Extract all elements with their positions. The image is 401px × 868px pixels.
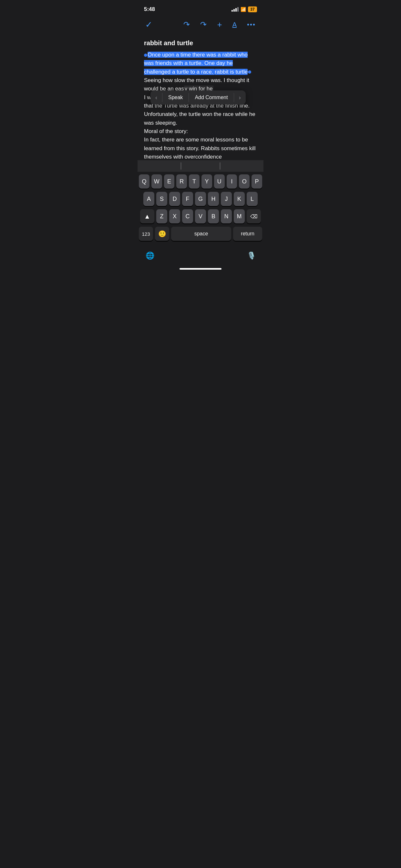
key-K[interactable]: K [234, 192, 245, 206]
home-bar [180, 268, 221, 270]
key-X[interactable]: X [169, 209, 180, 223]
selection-handle-start [144, 54, 147, 57]
return-key[interactable]: return [233, 227, 262, 241]
key-M[interactable]: M [234, 209, 245, 223]
key-R[interactable]: R [176, 175, 187, 189]
key-F[interactable]: F [182, 192, 193, 206]
key-S[interactable]: S [156, 192, 167, 206]
context-menu-prev[interactable]: ‹ [150, 90, 162, 104]
key-N[interactable]: N [221, 209, 232, 223]
key-I[interactable]: I [227, 175, 237, 189]
key-U[interactable]: U [214, 175, 225, 189]
mic-key[interactable]: 🎙️ [244, 249, 258, 263]
key-A[interactable]: A [143, 192, 154, 206]
toolbar-right: ↶ ↷ + A ••• [182, 19, 257, 31]
keyboard-bottom: 🌐 🎙️ [137, 247, 264, 266]
delete-key[interactable]: ⌫ [247, 209, 261, 223]
key-T[interactable]: T [189, 175, 199, 189]
key-Q[interactable]: Q [139, 175, 150, 189]
status-bar: 5:48 📶 37 [137, 0, 264, 16]
keyboard-cursor-row [137, 160, 264, 172]
font-button[interactable]: A [231, 20, 238, 30]
selected-text-main: rabbit is turtle [215, 69, 248, 75]
wifi-icon: 📶 [241, 7, 246, 12]
add-button[interactable]: + [216, 19, 223, 31]
body-text: Seeing how sl [144, 77, 178, 83]
key-G[interactable]: G [195, 192, 206, 206]
context-menu-speak[interactable]: Speak [162, 90, 189, 104]
cursor-line-right [220, 162, 220, 169]
selection-handle-end [248, 70, 251, 73]
more-button[interactable]: ••• [246, 20, 257, 30]
key-W[interactable]: W [151, 175, 162, 189]
keyboard: Q W E R T Y U I O P A S D F G H J K L ▲ … [137, 160, 264, 273]
check-button[interactable]: ✓ [144, 19, 154, 31]
keyboard-row-1: Q W E R T Y U I O P [139, 175, 262, 189]
key-P[interactable]: P [251, 175, 262, 189]
redo-button[interactable]: ↷ [199, 19, 208, 30]
status-time: 5:48 [144, 6, 155, 12]
shift-key[interactable]: ▲ [140, 209, 154, 223]
key-D[interactable]: D [169, 192, 180, 206]
key-H[interactable]: H [208, 192, 219, 206]
signal-icon [232, 7, 239, 11]
numbers-key[interactable]: 123 [139, 227, 153, 241]
home-indicator [137, 266, 264, 273]
key-J[interactable]: J [221, 192, 232, 206]
keyboard-row-3: ▲ Z X C V B N M ⌫ [139, 209, 262, 223]
key-C[interactable]: C [182, 209, 193, 223]
key-Z[interactable]: Z [156, 209, 167, 223]
key-B[interactable]: B [208, 209, 219, 223]
status-icons: 📶 37 [232, 6, 257, 12]
key-L[interactable]: L [247, 192, 258, 206]
context-menu-add-comment[interactable]: Add Comment [189, 90, 234, 104]
space-key[interactable]: space [171, 227, 231, 241]
key-V[interactable]: V [195, 209, 206, 223]
cursor-line-left [181, 162, 181, 169]
battery-indicator: 37 [248, 6, 257, 12]
key-Y[interactable]: Y [202, 175, 212, 189]
keyboard-rows: Q W E R T Y U I O P A S D F G H J K L ▲ … [137, 172, 264, 247]
keyboard-row-4: 123 🙂 space return [139, 227, 262, 241]
undo-button[interactable]: ↶ [182, 19, 191, 30]
key-O[interactable]: O [239, 175, 250, 189]
editor-toolbar: ✓ ↶ ↷ + A ••• [137, 16, 264, 33]
keyboard-row-2: A S D F G H J K L [139, 192, 262, 206]
key-E[interactable]: E [164, 175, 175, 189]
emoji-key[interactable]: 🙂 [155, 227, 169, 241]
context-menu-next[interactable]: › [234, 90, 246, 104]
globe-key[interactable]: 🌐 [143, 249, 157, 263]
context-menu: ‹ Speak Add Comment › [150, 90, 246, 104]
document-title: rabbit and turtle [144, 38, 257, 48]
